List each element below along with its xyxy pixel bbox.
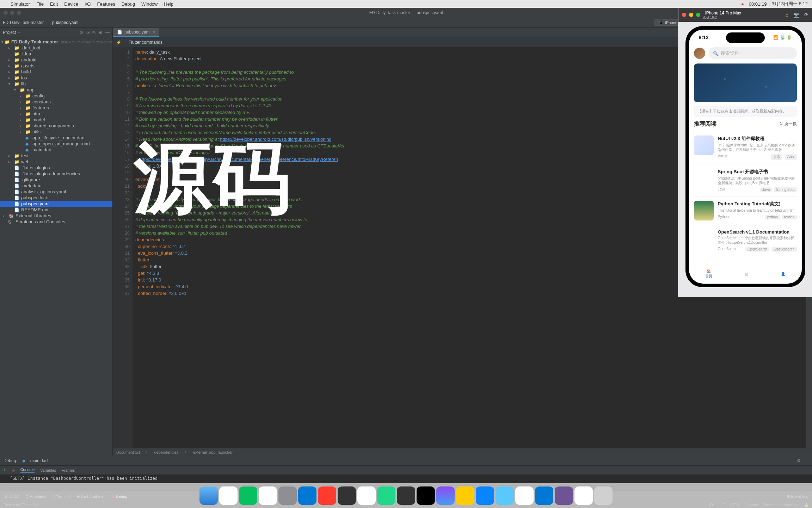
tree-item[interactable]: ▾📁lib <box>0 81 112 87</box>
dock-app4[interactable] <box>496 486 514 505</box>
dock-vscode[interactable] <box>298 486 316 505</box>
menu-item[interactable]: Simulator <box>11 1 30 7</box>
dock-app3[interactable] <box>476 486 494 505</box>
expand-icon[interactable]: ⇲ <box>86 30 90 35</box>
dock-textedit[interactable] <box>357 486 376 505</box>
dock-terminal[interactable] <box>338 486 356 505</box>
tree-item[interactable]: ▸📚External Libraries <box>0 213 112 219</box>
file-tree[interactable]: ▾ 📁 FD-Daily-Task-master /usr/local/mine… <box>0 37 112 456</box>
debug-file[interactable]: main.dart <box>30 458 48 463</box>
tree-item[interactable]: ◆main.dart <box>0 147 112 153</box>
project-title[interactable]: Project <box>3 30 16 35</box>
tree-item[interactable]: ▸📁web <box>0 159 112 165</box>
minimize-icon[interactable] <box>689 13 693 17</box>
tree-item[interactable]: 📄.flutter-plugins <box>0 165 112 171</box>
tree-item[interactable]: ▸📁android <box>0 57 112 63</box>
tree-item[interactable]: ⎘Scratches and Consoles <box>0 219 112 225</box>
dock-app7[interactable] <box>555 486 573 505</box>
dock-app5[interactable] <box>515 486 534 505</box>
menu-item[interactable]: File <box>36 1 44 7</box>
tree-item[interactable]: 📄pubspec.yaml <box>0 201 112 207</box>
tree-item[interactable]: ▸📁utils <box>0 129 112 135</box>
collapse-icon[interactable]: ⇱ <box>92 30 96 35</box>
frames-tab[interactable]: Frames <box>62 468 75 472</box>
tree-item[interactable]: 📄.flutter-plugins-dependencies <box>0 171 112 177</box>
dock-finder[interactable] <box>199 486 218 505</box>
maximize-icon[interactable] <box>17 11 21 15</box>
gear-icon[interactable]: ⚙ <box>99 30 103 35</box>
refresh-button[interactable]: ↻换一换 <box>779 121 797 127</box>
menu-item[interactable]: Features <box>97 1 115 7</box>
dock-pycharm[interactable] <box>377 486 395 505</box>
dock-trash[interactable] <box>594 486 613 505</box>
hide-icon[interactable]: — <box>105 30 110 35</box>
screenshot-icon[interactable]: 📷 <box>793 12 799 18</box>
tree-item[interactable]: 📄.metadata <box>0 183 112 189</box>
menu-item[interactable]: Device <box>64 1 78 7</box>
gear-icon[interactable]: ⚙ <box>797 458 801 463</box>
tree-item[interactable]: ◆app_open_ad_manager.dart <box>0 141 112 147</box>
tree-item[interactable]: 📁.idea <box>0 51 112 57</box>
dock-app[interactable] <box>318 486 336 505</box>
tree-item[interactable]: ▸📁config <box>0 93 112 99</box>
tree-item[interactable]: 📄pubspec.lock <box>0 195 112 201</box>
tree-item[interactable]: ▸📁build <box>0 69 112 75</box>
macos-dock[interactable] <box>0 483 812 508</box>
breadcrumb-file[interactable]: pubspec.yaml <box>52 20 78 25</box>
article-card[interactable]: Python Testing Tutorial(英文)This tutorial… <box>694 196 797 225</box>
search-input[interactable]: 🔍 搜索资料 <box>709 47 797 59</box>
article-card[interactable]: OpenSearch v1.1 DocumentationOpenSearch，… <box>694 225 797 256</box>
dock-intellij[interactable] <box>417 486 435 505</box>
target-icon[interactable]: ⊙ <box>80 30 83 35</box>
variables-tab[interactable]: Variables <box>40 468 56 472</box>
tree-item[interactable]: ▸📁shared_components <box>0 123 112 129</box>
nav-books[interactable]: ▥ <box>745 272 748 276</box>
notice-bar[interactable]: 【通告】下拉或点击顶部刷新，获取最新精彩内容。 <box>694 106 797 117</box>
hide-icon[interactable]: — <box>804 458 808 463</box>
menu-item[interactable]: Debug <box>122 1 135 7</box>
dock-iterm[interactable] <box>397 486 415 505</box>
editor-tab[interactable]: 📄pubspec.yaml× <box>113 28 159 37</box>
menu-item[interactable]: Edit <box>50 1 58 7</box>
rec-icon[interactable]: ● <box>741 1 744 7</box>
menu-item[interactable]: I/O <box>85 1 91 7</box>
maximize-icon[interactable] <box>696 13 700 17</box>
close-icon[interactable] <box>682 13 686 17</box>
stop-icon[interactable]: ■ <box>12 468 15 472</box>
rotate-icon[interactable]: ⟳ <box>804 12 808 18</box>
dock-app8[interactable] <box>574 486 593 505</box>
dock-app2[interactable] <box>456 486 474 505</box>
tree-item[interactable]: 📄.gitignore <box>0 177 112 183</box>
menu-item[interactable]: Help <box>164 1 173 7</box>
breadcrumb-root[interactable]: FD-Daily-Task-master <box>3 20 44 25</box>
dock-wechat[interactable] <box>239 486 257 505</box>
tree-item[interactable]: ◆app_lifecycle_reactor.dart <box>0 135 112 141</box>
article-card[interactable]: NutUI v2.3 组件库教程utl 2. 组件库教NutUI是一套京东风格的… <box>694 131 797 164</box>
tree-item[interactable]: ▸📁features <box>0 105 112 111</box>
minimize-icon[interactable] <box>10 11 14 15</box>
tree-item[interactable]: ▸📁.dart_tool <box>0 45 112 51</box>
dock-app6[interactable] <box>535 486 553 505</box>
tree-item[interactable]: 📄README.md <box>0 207 112 213</box>
rerun-icon[interactable]: ↻ <box>4 468 7 472</box>
home-icon[interactable]: ⌂ <box>786 12 788 18</box>
article-card[interactable]: Spring Boot 开源电子书prngBot 源电书Spring Boot是… <box>694 164 797 196</box>
close-icon[interactable] <box>4 11 8 15</box>
tree-item[interactable]: ▸📁constans <box>0 99 112 105</box>
dock-xcode[interactable] <box>436 486 455 505</box>
tree-item[interactable]: 📄analysis_options.yaml <box>0 189 112 195</box>
project-root[interactable]: FD-Daily-Task-master <box>11 39 58 44</box>
dock-chrome[interactable] <box>259 486 277 505</box>
nav-home[interactable]: 🏠首页 <box>705 269 712 279</box>
tree-item[interactable]: ▸📁assets <box>0 63 112 69</box>
tree-item[interactable]: ▸📁http <box>0 111 112 117</box>
tree-item[interactable]: ▸📁ios <box>0 75 112 81</box>
avatar[interactable] <box>694 48 705 59</box>
menu-item[interactable]: Window <box>141 1 158 7</box>
nav-profile[interactable]: 👤 <box>781 272 785 276</box>
phone-screen[interactable]: 8:12 📶📡🔋 🔍 搜索资料 【通告】下拉或点击顶部刷新，获取最新精彩内容。 <box>689 30 802 284</box>
tree-item[interactable]: ▾📁app <box>0 87 112 93</box>
console-tab[interactable]: Console <box>20 467 35 473</box>
hero-banner[interactable] <box>694 64 797 102</box>
tree-item[interactable]: ▸📁model <box>0 117 112 123</box>
